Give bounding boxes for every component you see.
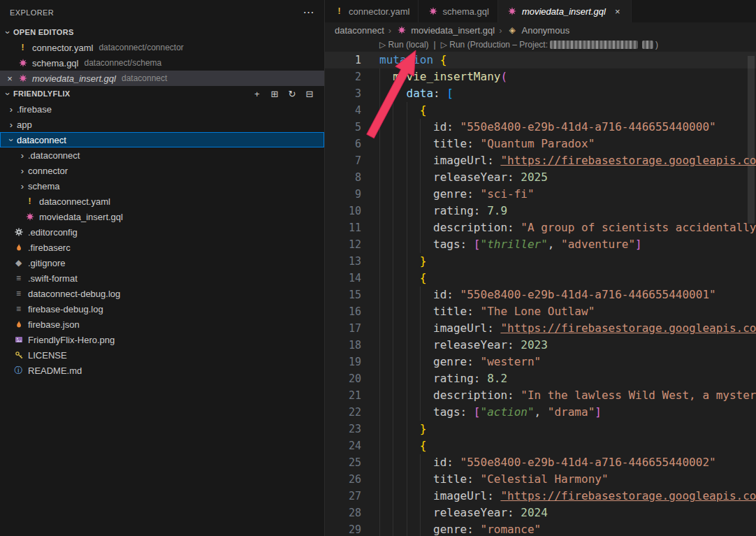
code-line-text: imageUrl: "https://firebasestorage.googl… [379, 152, 756, 169]
code-line-14[interactable]: 14 { [325, 270, 756, 287]
code-line-29[interactable]: 29 genre: "romance" [325, 521, 756, 536]
breadcrumb-item-moviedata_insert.gql[interactable]: moviedata_insert.gql [395, 25, 495, 36]
friendlyflix-section-header[interactable]: › FRIENDLYFLIX +⊞↻⊟ [0, 86, 324, 101]
tree-item-moviedata_insert.gql[interactable]: moviedata_insert.gql [0, 209, 324, 224]
code-line-3[interactable]: 3 data: [ [325, 85, 756, 102]
code-line-16[interactable]: 16 title: "The Lone Outlaw" [325, 303, 756, 320]
indent-guide [393, 169, 393, 186]
open-editors-label: OPEN EDITORS [13, 28, 74, 36]
code-line-20[interactable]: 20 rating: 8.2 [325, 370, 756, 387]
warning-icon: ! [333, 7, 345, 15]
indent-guide [420, 370, 421, 387]
code-line-23[interactable]: 23 } [325, 421, 756, 437]
code-line-5[interactable]: 5 id: "550e8400-e29b-41d4-a716-446655440… [325, 119, 756, 136]
tree-item-dataconnect-debug.log[interactable]: ≡dataconnect-debug.log [0, 286, 324, 301]
code-line-28[interactable]: 28 releaseYear: 2024 [325, 505, 756, 521]
collapse-all-button[interactable]: ⊟ [304, 89, 315, 99]
explorer-more-actions-button[interactable]: ⋯ [303, 7, 314, 18]
code-editor[interactable]: 1mutation {2 movie_insertMany(3 data: [4… [325, 52, 756, 536]
code-line-24[interactable]: 24 { [325, 437, 756, 454]
indent-guide [379, 303, 380, 320]
tree-item-.editorconfig[interactable]: .editorconfig [0, 224, 324, 240]
line-number: 20 [325, 370, 361, 387]
tab-connector.yaml[interactable]: !connector.yaml [325, 0, 419, 22]
tree-item-connector[interactable]: ›connector [0, 163, 324, 178]
tree-item-dataconnect[interactable]: ›dataconnect [0, 132, 324, 147]
tree-item-label: LICENSE [28, 350, 67, 361]
code-line-11[interactable]: 11 description: "A group of scientists a… [325, 219, 756, 236]
indent-guide [407, 421, 407, 437]
code-line-26[interactable]: 26 title: "Celestial Harmony" [325, 471, 756, 488]
code-line-21[interactable]: 21 description: "In the lawless Wild Wes… [325, 387, 756, 404]
line-number: 6 [325, 136, 361, 152]
open-editor-item-connector.yaml[interactable]: !connector.yamldataconnect/connector [0, 40, 324, 55]
code-line-22[interactable]: 22 tags: ["action", "drama"] [325, 404, 756, 421]
code-line-25[interactable]: 25 id: "550e8400-e29b-41d4-a716-44665544… [325, 454, 756, 471]
tab-schema.gql[interactable]: schema.gql [419, 0, 497, 22]
tree-item-label: .dataconnect [28, 150, 80, 161]
code-line-18[interactable]: 18 releaseYear: 2023 [325, 337, 756, 354]
code-line-text: movie_insertMany( [379, 68, 756, 85]
tree-item-label: README.md [28, 365, 82, 376]
indent-guide [393, 119, 393, 136]
code-line-7[interactable]: 7 imageUrl: "https://firebasestorage.goo… [325, 152, 756, 169]
code-line-8[interactable]: 8 releaseYear: 2025 [325, 169, 756, 186]
code-line-text: { [379, 437, 756, 454]
open-editor-item-schema.gql[interactable]: schema.gqldataconnect/schema [0, 55, 324, 71]
code-line-15[interactable]: 15 id: "550e8400-e29b-41d4-a716-44665544… [325, 287, 756, 303]
tree-item-schema[interactable]: ›schema [0, 178, 324, 194]
line-number: 22 [325, 404, 361, 421]
indent-guide [420, 354, 421, 370]
code-line-9[interactable]: 9 genre: "sci-fi" [325, 186, 756, 203]
chevron-expanded-icon: › [3, 27, 13, 38]
open-editor-item-moviedata_insert.gql[interactable]: ×moviedata_insert.gqldataconnect [0, 71, 324, 86]
breadcrumb-item-Anonymous[interactable]: ◈Anonymous [507, 25, 570, 36]
code-line-4[interactable]: 4 { [325, 102, 756, 119]
code-line-text: imageUrl: "https://firebasestorage.googl… [379, 320, 756, 337]
line-number: 19 [325, 354, 361, 370]
tree-item-.firebaserc[interactable]: .firebaserc [0, 240, 324, 255]
new-folder-button[interactable]: ⊞ [269, 89, 280, 99]
tree-item-.swift-format[interactable]: ≡.swift-format [0, 270, 324, 286]
indent-guide [393, 136, 393, 152]
code-line-27[interactable]: 27 imageUrl: "https://firebasestorage.go… [325, 488, 756, 505]
tree-item-app[interactable]: ›app [0, 117, 324, 132]
tree-item-.dataconnect[interactable]: ›.dataconnect [0, 147, 324, 163]
refresh-button[interactable]: ↻ [286, 89, 298, 99]
code-line-12[interactable]: 12 tags: ["thriller", "adventure"] [325, 236, 756, 253]
code-line-17[interactable]: 17 imageUrl: "https://firebasestorage.go… [325, 320, 756, 337]
indent-guide [407, 404, 407, 421]
code-line-2[interactable]: 2 movie_insertMany( [325, 68, 756, 85]
tree-item-firebase-debug.log[interactable]: ≡firebase-debug.log [0, 301, 324, 317]
indent-guide [379, 253, 380, 270]
run-local-link[interactable]: ▷ Run (local) [379, 40, 429, 50]
run-production-link[interactable]: ▷ Run (Production – Project: ) [441, 40, 658, 50]
code-line-text: } [379, 253, 756, 270]
breadcrumb-item-dataconnect[interactable]: dataconnect [335, 25, 384, 36]
tree-item-firebase.json[interactable]: firebase.json [0, 317, 324, 332]
open-editors-section-header[interactable]: › OPEN EDITORS [0, 24, 324, 40]
close-editor-icon[interactable]: × [5, 73, 15, 84]
code-line-13[interactable]: 13 } [325, 253, 756, 270]
indent-guide [393, 270, 393, 287]
code-line-10[interactable]: 10 rating: 7.9 [325, 203, 756, 219]
tree-item-dataconnect.yaml[interactable]: !dataconnect.yaml [0, 194, 324, 209]
tree-item-.firebase[interactable]: ›.firebase [0, 101, 324, 117]
tab-moviedata_insert.gql[interactable]: moviedata_insert.gql× [498, 0, 632, 22]
tree-item-.gitignore[interactable]: ◆.gitignore [0, 255, 324, 270]
tab-close-icon[interactable]: × [613, 6, 623, 17]
indent-guide [407, 521, 407, 536]
code-line-6[interactable]: 6 title: "Quantum Paradox" [325, 136, 756, 152]
open-editor-description: dataconnect/connector [99, 43, 183, 52]
lines-icon: ≡ [13, 289, 24, 298]
tree-item-README.md[interactable]: ⓘREADME.md [0, 363, 324, 378]
indent-guide [379, 203, 380, 219]
code-line-1[interactable]: 1mutation { [325, 52, 756, 68]
tree-item-FriendlyFlix-Hero.png[interactable]: FriendlyFlix-Hero.png [0, 332, 324, 347]
new-file-button[interactable]: + [252, 89, 263, 99]
code-line-19[interactable]: 19 genre: "western" [325, 354, 756, 370]
indent-guide [407, 136, 407, 152]
indent-guide [420, 119, 421, 136]
line-number: 8 [325, 169, 361, 186]
tree-item-LICENSE[interactable]: LICENSE [0, 347, 324, 363]
